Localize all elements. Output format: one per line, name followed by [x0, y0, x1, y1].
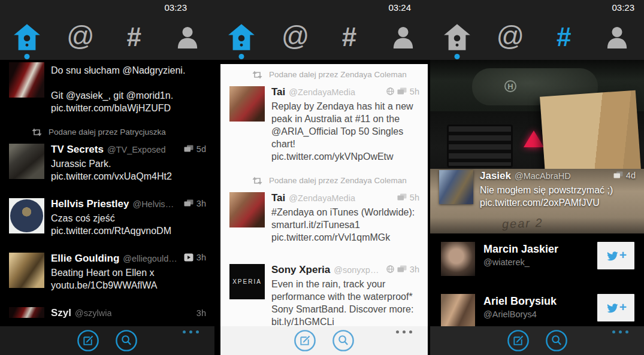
- tweet-author[interactable]: Hellvis Priestley: [51, 198, 129, 210]
- compose-icon: [507, 329, 530, 352]
- discover-feed: H gear 2 Jasiek @MacAbraHD: [430, 60, 644, 326]
- tab-profile[interactable]: [161, 14, 215, 60]
- tweet-photo-car-interior[interactable]: H gear 2 Jasiek @MacAbraHD: [430, 60, 644, 233]
- user-row[interactable]: Marcin Jaskier @wiaterek_ +: [430, 242, 644, 276]
- tweet-text: Beating Heart on Ellen x youtu.be/1Cb9WW…: [51, 266, 206, 292]
- avatar[interactable]: [9, 307, 44, 318]
- tweet-handle[interactable]: @ZendayaMedia: [289, 193, 355, 203]
- tweet-handle[interactable]: @TV_Exposed: [107, 145, 166, 154]
- tweet-handle[interactable]: @sonyxperia: [334, 265, 382, 275]
- tweet-time: 3h: [410, 265, 419, 274]
- search-button[interactable]: [545, 329, 568, 354]
- tab-home[interactable]: [214, 14, 268, 60]
- tab-home[interactable]: [430, 14, 483, 60]
- tab-profile[interactable]: [376, 14, 430, 60]
- retweet-icon: [31, 128, 43, 136]
- phone-panel-middle: 03:24 @ # Podane: [214, 0, 430, 355]
- plus-icon: +: [619, 248, 627, 261]
- hashtag-icon: #: [342, 24, 356, 50]
- search-icon: [115, 329, 138, 352]
- tweet-author[interactable]: Tai: [271, 192, 285, 204]
- compose-button[interactable]: [77, 329, 99, 354]
- avatar[interactable]: XPERIA: [229, 264, 265, 299]
- photo-air-vent: [447, 125, 513, 168]
- tab-discover[interactable]: #: [107, 14, 161, 60]
- tweet-row[interactable]: XPERIA Sony Xperia @sonyxperia 3h Even i…: [220, 262, 428, 326]
- home-birdhouse-icon: [13, 23, 41, 51]
- status-bar: 03:23: [430, 0, 644, 14]
- twitter-bird-icon: [605, 302, 618, 313]
- search-icon: [545, 329, 568, 352]
- tweet-text: Do snu słucham @Nadgryzieni. Git @yasiek…: [51, 64, 206, 114]
- compose-icon: [294, 329, 316, 352]
- compose-button[interactable]: [294, 329, 316, 354]
- avatar[interactable]: [9, 253, 44, 288]
- photo-badge-icon: [613, 171, 623, 179]
- tweet-handle[interactable]: @MacAbraHD: [515, 171, 571, 181]
- tweet-author[interactable]: Tai: [271, 86, 285, 98]
- avatar[interactable]: [229, 86, 265, 122]
- avatar[interactable]: [439, 170, 473, 204]
- retweet-attribution: Podane dalej przez Zendaya Coleman: [220, 176, 428, 185]
- tweet-author[interactable]: Sony Xperia: [271, 264, 330, 276]
- follow-button[interactable]: +: [597, 242, 634, 269]
- compose-button[interactable]: [507, 329, 530, 354]
- photo-badge-icon: [397, 193, 407, 201]
- avatar[interactable]: [441, 294, 475, 326]
- follow-button[interactable]: +: [597, 294, 634, 321]
- tweet-text: Replay by Zendaya has hit a new peak in …: [271, 100, 419, 163]
- tweet-row[interactable]: Hellvis Priestley @HelvisPriestley 3h Cz…: [0, 196, 214, 237]
- photo-hazard-triangle: [524, 131, 544, 147]
- tweet-row[interactable]: Ellie Goulding @elliegoulding 3h Beating…: [0, 250, 214, 292]
- tab-mentions[interactable]: @: [54, 14, 108, 60]
- user-row[interactable]: Ariel Borysiuk @ArielBorys4 +: [430, 294, 644, 326]
- tweet-time: 3h: [196, 308, 206, 318]
- avatar[interactable]: [229, 192, 265, 227]
- tweet-time: 5d: [196, 144, 206, 154]
- tweet-text: Czas coś zjeść pic.twitter.com/RtAqgvnoD…: [51, 212, 206, 237]
- video-badge-icon: [184, 253, 193, 262]
- tab-mentions[interactable]: @: [483, 14, 537, 60]
- tweet-handle[interactable]: @elliegoulding: [123, 254, 179, 263]
- tweet-handle[interactable]: @ZendayaMedia: [289, 87, 355, 97]
- avatar[interactable]: [9, 198, 44, 233]
- avatar[interactable]: [9, 144, 44, 179]
- tweet-time: 5h: [410, 87, 419, 96]
- tab-profile[interactable]: [591, 14, 644, 60]
- search-button[interactable]: [332, 329, 355, 354]
- app-bar: [430, 326, 644, 355]
- tab-home[interactable]: [0, 14, 54, 60]
- clock: 03:23: [164, 2, 187, 13]
- tweet-row[interactable]: Tai @ZendayaMedia 5h #Zendaya on iTunes …: [220, 190, 428, 244]
- pivot-nav: @ #: [430, 14, 644, 60]
- retweet-attribution: Podane dalej przez Zendaya Coleman: [220, 70, 428, 79]
- avatar[interactable]: [9, 62, 44, 98]
- user-name[interactable]: Marcin Jaskier: [483, 243, 597, 256]
- tweet-row-clipped[interactable]: Szyl @szylwia 3h: [0, 305, 214, 318]
- tweet-time: 3h: [196, 199, 206, 208]
- tab-discover[interactable]: #: [537, 14, 591, 60]
- tweet-row[interactable]: Jasiek @MacAbraHD 4d Nie mogłem się pows…: [430, 166, 644, 209]
- tab-mentions[interactable]: @: [268, 14, 322, 60]
- globe-icon: [386, 265, 394, 273]
- tweet-row[interactable]: Do snu słucham @Nadgryzieni. Git @yasiek…: [0, 60, 214, 114]
- user-handle: @ArielBorys4: [483, 310, 597, 319]
- tweet-author[interactable]: Jasiek: [480, 170, 511, 182]
- tweet-row[interactable]: TV Secrets @TV_Exposed 5d Jurassic Park.…: [0, 141, 214, 183]
- tweet-handle[interactable]: @szylwia: [75, 308, 111, 318]
- user-name[interactable]: Ariel Borysiuk: [483, 295, 597, 308]
- tweet-author[interactable]: Szyl: [51, 307, 71, 318]
- compose-icon: [77, 329, 99, 352]
- retweet-attribution: Podane dalej przez Patrycjuszka: [0, 128, 214, 136]
- search-button[interactable]: [115, 329, 138, 354]
- mentions-at-icon: @: [66, 22, 95, 50]
- timeline: Podane dalej przez Zendaya Coleman Tai @…: [214, 60, 430, 326]
- notification-dot: [454, 54, 459, 59]
- tweet-author[interactable]: Ellie Goulding: [51, 253, 119, 265]
- avatar[interactable]: [441, 242, 475, 276]
- tweet-row[interactable]: Tai @ZendayaMedia 5h Replay by Zendaya h…: [220, 84, 428, 163]
- tab-discover[interactable]: #: [322, 14, 376, 60]
- tweet-handle[interactable]: @HelvisPriestley: [132, 199, 179, 209]
- tweet-author[interactable]: TV Secrets: [51, 144, 104, 156]
- person-icon: [176, 25, 199, 49]
